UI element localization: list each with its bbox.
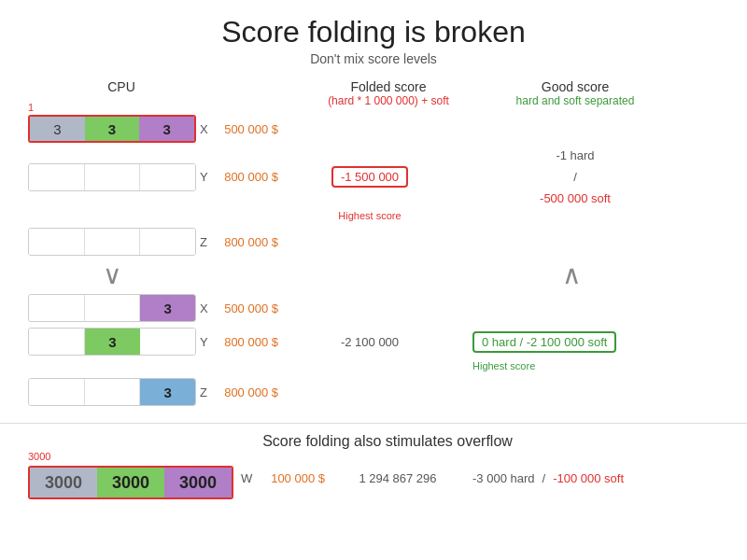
folded-y2: -2 100 000 (286, 335, 454, 349)
seg-e3 (140, 164, 195, 190)
logic-row: ∨ ∧ (0, 259, 747, 290)
group1-label: 1 (28, 102, 34, 113)
g2-z-blue: 3 (140, 379, 195, 405)
overflow-good: -3 000 hard / -100 000 soft (463, 471, 624, 485)
price-x: 500 000 $ (211, 122, 286, 136)
good-y1-soft: -500 000 soft (540, 191, 611, 205)
g2-z-e1 (29, 379, 85, 405)
overflow-seg-green: 3000 (97, 468, 164, 497)
good-y1-hard: -1 hard (556, 148, 594, 162)
highest-score-1: Highest score (338, 210, 401, 221)
xyz-x: X (196, 122, 211, 136)
overflow-good-soft: -100 000 soft (553, 471, 624, 485)
overflow-seg-purple: 3000 (164, 468, 232, 497)
seg-z3 (140, 229, 195, 255)
folded-y1: -1 500 000 (286, 166, 454, 188)
xyz-z1: Z (196, 235, 211, 249)
seg-e1 (29, 164, 85, 190)
cpu-column-header: CPU (28, 79, 215, 94)
folded-score-header: Folded score (hard * 1 000 000) + soft (304, 79, 472, 107)
group1: 1 3 3 3 X 500 000 $ Y 800 000 $ -1 500 0… (0, 115, 747, 256)
g2-y-e1 (29, 329, 85, 355)
seg-z2 (85, 229, 141, 255)
page-subtitle: Don't mix score levels (0, 51, 747, 66)
good-y2: 0 hard / -2 100 000 soft (454, 331, 678, 353)
overflow-folded-val: 1 294 867 296 (332, 471, 463, 485)
xyz-y2: Y (196, 335, 211, 349)
g2-y-green: 3 (85, 329, 140, 355)
overflow-bar: 3000 3000 3000 (28, 466, 233, 499)
seg-z1 (29, 229, 85, 255)
price-z2: 800 000 $ (211, 385, 286, 399)
xyz-x2: X (196, 301, 211, 315)
page-title: Score folding is broken (0, 0, 747, 49)
good-score-header: Good score hard and soft separated (472, 79, 659, 107)
seg-purple: 3 (139, 117, 194, 141)
price-x2: 500 000 $ (211, 301, 286, 315)
or-symbol: ∨ (28, 259, 196, 290)
folded-y1-value: -1 500 000 (331, 166, 408, 188)
overflow-row: 3000 3000 3000 3000 W 100 000 $ 1 294 86… (28, 459, 747, 497)
g2-x-e1 (29, 295, 85, 321)
xyz-y1: Y (196, 170, 211, 184)
price-y2: 800 000 $ (211, 335, 286, 349)
good-y1: -1 hard / -500 000 soft (454, 148, 678, 205)
overflow-label-above: 3000 (28, 451, 50, 462)
price-y1: 800 000 $ (211, 170, 286, 184)
group2: 3 X 500 000 $ 3 Y 800 000 $ -2 100 000 0… (0, 294, 747, 406)
xyz-z2: Z (196, 385, 211, 399)
and-symbol: ∧ (469, 259, 655, 290)
overflow-section: Score folding also stimulates overflow 3… (0, 423, 747, 497)
seg-green: 3 (85, 117, 140, 141)
seg-gray: 3 (30, 117, 85, 141)
g2-z-e2 (85, 379, 141, 405)
overflow-title: Score folding also stimulates overflow (28, 433, 747, 450)
overflow-good-hard: -3 000 hard (472, 471, 535, 485)
g2-y-e2 (140, 329, 195, 355)
price-z1: 800 000 $ (211, 235, 286, 249)
g2-x-purple: 3 (140, 295, 195, 321)
folded-y2-value: -2 100 000 (341, 335, 399, 349)
overflow-xyz: W (233, 471, 248, 485)
good-y2-value: 0 hard / -2 100 000 soft (472, 331, 616, 353)
overflow-seg-gray: 3000 (30, 468, 97, 497)
highest-score-2: Highest score (472, 360, 535, 371)
seg-e2 (85, 164, 141, 190)
g2-x-e2 (85, 295, 141, 321)
overflow-price: 100 000 $ (248, 471, 332, 485)
